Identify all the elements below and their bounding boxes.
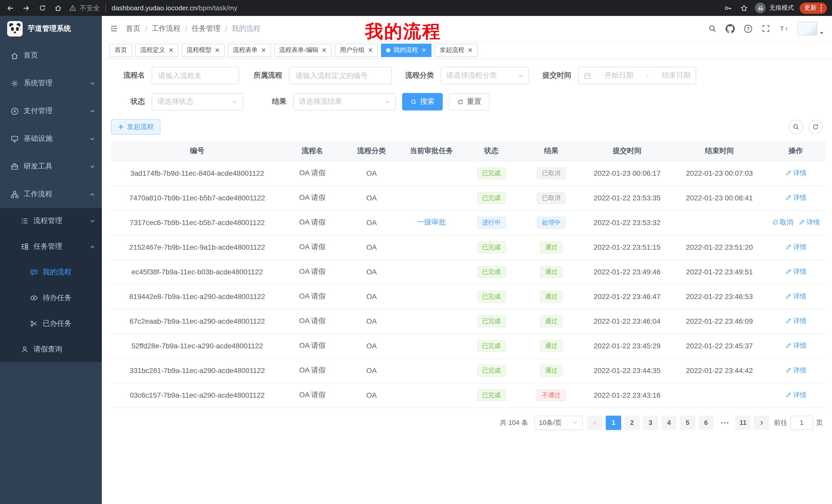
sidebar-item[interactable]: 系统管理 (0, 69, 102, 97)
app-logo[interactable]: 芋道管理系统 (0, 16, 102, 41)
category-select[interactable]: 请选择流程分类 (441, 67, 529, 84)
next-page-button[interactable] (754, 415, 769, 430)
search-button[interactable]: 搜索 (402, 93, 443, 110)
user-menu[interactable] (798, 22, 824, 35)
detail-link[interactable]: 详情 (785, 341, 807, 351)
detail-link[interactable]: 详情 (785, 267, 807, 276)
key-icon[interactable] (723, 3, 733, 13)
result-select[interactable]: 请选择流结果 (293, 93, 396, 110)
sidebar-item[interactable]: 研发工具 (0, 152, 102, 180)
detail-link[interactable]: 详情 (785, 292, 807, 301)
page-button[interactable]: 11 (735, 415, 751, 430)
refresh-table-button[interactable] (808, 120, 823, 134)
cell-text: 2022-01-23 00:07:03 (686, 169, 753, 177)
chevron-down-icon (89, 108, 95, 114)
submit-time-range[interactable]: 开始日期 - 结束日期 (578, 67, 696, 84)
detail-link[interactable]: 详情 (785, 390, 807, 400)
page-button[interactable]: 6 (698, 415, 714, 430)
search-button-label: 搜索 (420, 97, 435, 106)
breadcrumb-item[interactable]: 任务管理 (192, 24, 220, 33)
tab-item[interactable]: 用户分组 (335, 44, 378, 57)
more-pages-icon[interactable] (717, 415, 732, 430)
caret-down-icon[interactable] (819, 30, 824, 35)
sidebar-fold-icon[interactable] (109, 24, 118, 33)
avatar[interactable] (798, 22, 817, 35)
cancel-link[interactable]: 取消 (772, 218, 793, 227)
search-icon[interactable] (708, 24, 717, 33)
detail-link[interactable]: 详情 (798, 218, 820, 227)
breadcrumb-item[interactable]: 工作流程 (152, 24, 181, 33)
cell-end-time: 2022-01-22 23:51:20 (673, 235, 766, 259)
detail-link[interactable]: 详情 (785, 169, 807, 178)
close-icon[interactable] (322, 48, 327, 52)
github-icon[interactable] (726, 24, 735, 33)
table-row: 331bc281-7b9a-11ec-a290-acde48001122OA 请… (111, 358, 826, 383)
detail-link[interactable]: 详情 (785, 366, 807, 375)
cell-category: OA (341, 259, 401, 284)
tab-item[interactable]: 流程表单 (228, 44, 271, 57)
detail-link[interactable]: 详情 (785, 316, 807, 326)
bookmark-star-icon[interactable] (739, 3, 749, 13)
tab-item[interactable]: 流程模型 (182, 44, 225, 57)
page-button[interactable]: 2 (624, 415, 640, 430)
fullscreen-icon[interactable] (761, 24, 770, 33)
sidebar-item[interactable]: 我的流程 (0, 259, 102, 285)
infra-icon (10, 134, 19, 143)
font-size-icon[interactable]: TT (779, 24, 789, 33)
create-process-button[interactable]: 发起流程 (111, 119, 160, 135)
sidebar-item[interactable]: 待办任务 (0, 285, 102, 311)
page-button[interactable]: 1 (606, 415, 621, 430)
page-size-select[interactable]: 10条/页 (534, 415, 582, 430)
prev-page-button[interactable] (587, 415, 603, 430)
sidebar-menu: 首页系统管理¥支付管理基础设施研发工具工作流程流程管理任务管理我的流程待办任务已… (0, 41, 102, 362)
sidebar-item[interactable]: 已办任务 (0, 311, 102, 337)
process-def-input[interactable] (289, 67, 392, 84)
site-security[interactable]: 不安全 (69, 3, 100, 12)
close-icon[interactable] (368, 48, 373, 52)
breadcrumb-item[interactable]: 我的流程 (232, 24, 260, 33)
goto-input[interactable] (790, 415, 813, 430)
page-button[interactable]: 5 (680, 415, 695, 430)
sidebar-item[interactable]: 请假查询 (0, 337, 102, 362)
sidebar-item[interactable]: 基础设施 (0, 125, 102, 152)
action-label: 详情 (793, 193, 807, 202)
sidebar-item[interactable]: 工作流程 (0, 180, 102, 208)
reset-button[interactable]: 重置 (449, 93, 490, 110)
toggle-search-button[interactable] (789, 120, 803, 134)
tab-item[interactable]: 流程定义 (135, 44, 178, 57)
cell-submit-time: 2022-01-22 23:46:47 (581, 284, 673, 309)
tab-item[interactable]: 首页 (109, 44, 132, 57)
row-actions: 详情 (785, 193, 807, 202)
close-icon[interactable] (261, 48, 266, 52)
update-button[interactable]: 更新 (800, 2, 827, 13)
tab-active[interactable]: 我的流程 (381, 44, 432, 57)
detail-link[interactable]: 详情 (785, 243, 807, 252)
close-icon[interactable] (215, 48, 219, 52)
breadcrumb-item[interactable]: 首页 (126, 24, 140, 33)
process-name-input[interactable] (152, 67, 239, 84)
panda-logo-icon (7, 21, 23, 36)
cell-text: OA 请假 (299, 390, 326, 399)
status-select[interactable]: 请选择状态 (152, 93, 243, 110)
tab-item[interactable]: 流程表单-编辑 (274, 44, 332, 57)
forward-icon[interactable] (21, 3, 31, 13)
close-icon[interactable] (422, 48, 426, 52)
page-button[interactable]: 4 (661, 415, 677, 430)
category-label: 流程分类 (405, 71, 434, 80)
sidebar-item[interactable]: 首页 (0, 41, 102, 69)
kebab-menu-icon[interactable] (820, 4, 822, 12)
detail-link[interactable]: 详情 (785, 193, 807, 202)
url-bar[interactable]: dashboard.yudao.iocoder.cn/bpm/task/my (111, 4, 237, 12)
approve-task-link[interactable]: 一级审批 (417, 218, 446, 226)
help-icon[interactable]: ? (744, 24, 753, 33)
sidebar-item[interactable]: 任务管理 (0, 234, 102, 259)
close-icon[interactable] (468, 48, 473, 52)
page-button[interactable]: 3 (643, 415, 658, 430)
tab-item[interactable]: 发起流程 (435, 44, 478, 57)
sidebar-item[interactable]: 流程管理 (0, 208, 102, 234)
home-icon[interactable] (53, 3, 63, 13)
reload-icon[interactable] (37, 3, 47, 13)
close-icon[interactable] (169, 48, 173, 52)
sidebar-item[interactable]: ¥支付管理 (0, 97, 102, 125)
back-icon[interactable] (5, 3, 16, 13)
